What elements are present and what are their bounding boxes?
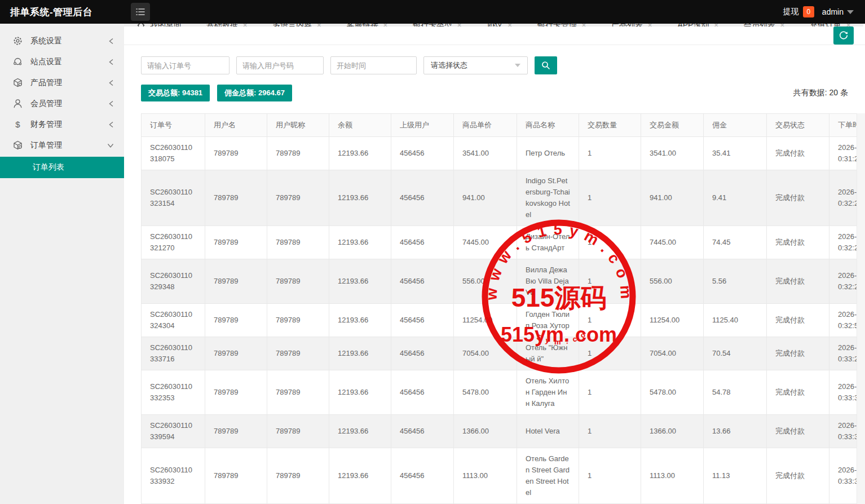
- table-scrollbar[interactable]: [857, 113, 865, 504]
- sidebar-item-gear[interactable]: 系统设置: [0, 30, 124, 51]
- chevron-down-icon: [515, 64, 520, 67]
- column-header: 上级用户: [391, 114, 454, 137]
- table-cell: 941.00: [454, 170, 517, 226]
- table-row: SC2603011031807578978978978912193.664564…: [142, 137, 865, 170]
- table-cell: 5478.00: [454, 370, 517, 415]
- user-name: admin: [822, 7, 844, 16]
- column-header: 交易状态: [767, 114, 829, 137]
- table-cell: Отель "Южный й": [517, 337, 579, 370]
- user-number-input[interactable]: [236, 56, 324, 74]
- orders-table-wrap: 订单号用户名用户昵称余额上级用户商品单价商品名称交易数量交易金额佣金交易状态下单…: [141, 113, 865, 504]
- table-cell: 1366.00: [454, 415, 517, 448]
- table-cell: SC26030110339594: [142, 415, 205, 448]
- sidebar-item-dollar[interactable]: $财务管理: [0, 114, 124, 135]
- table-cell: 1: [579, 259, 641, 304]
- table-row: SC2603011032430478978978978912193.664564…: [142, 304, 865, 337]
- chevron-down-icon: [847, 10, 854, 14]
- table-cell: 12193.66: [329, 170, 391, 226]
- orders-table: 订单号用户名用户昵称余额上级用户商品单价商品名称交易数量交易金额佣金交易状态下单…: [141, 113, 865, 504]
- table-cell: Indigo St.Petersburg-Tchaikovskogo Hotel: [517, 170, 579, 226]
- cube-icon: [13, 140, 23, 150]
- data-count-text: 共有数据: 20 条: [793, 88, 848, 98]
- table-row: SC2603011032127078978978978912193.664564…: [142, 226, 865, 259]
- column-header: 佣金: [704, 114, 767, 137]
- sidebar-item-cube[interactable]: 订单管理: [0, 135, 124, 156]
- table-cell: 789789: [267, 370, 329, 415]
- table-cell: 12193.66: [329, 337, 391, 370]
- table-cell: 456456: [391, 170, 454, 226]
- table-cell: 完成付款: [767, 415, 829, 448]
- table-cell: 789789: [205, 137, 267, 170]
- top-header: 排单系统-管理后台 提现 0 admin: [0, 0, 865, 24]
- table-row: SC2603011032934878978978978912193.664564…: [142, 259, 865, 304]
- table-cell: 完成付款: [767, 370, 829, 415]
- start-time-input[interactable]: [330, 56, 417, 74]
- sidebar-item-label: 订单列表: [33, 162, 64, 173]
- table-cell: 1366.00: [641, 415, 704, 448]
- table-row: SC2603011033371678978978978912193.664564…: [142, 337, 865, 370]
- table-cell: 5.56: [704, 259, 767, 304]
- table-cell: 12193.66: [329, 448, 391, 504]
- table-cell: 12193.66: [329, 259, 391, 304]
- table-cell: 7445.00: [641, 226, 704, 259]
- table-cell: SC26030110333716: [142, 337, 205, 370]
- table-cell: 789789: [205, 304, 267, 337]
- table-cell: 789789: [267, 137, 329, 170]
- table-cell: 完成付款: [767, 337, 829, 370]
- table-cell: 9.41: [704, 170, 767, 226]
- table-row: SC2603011033235378978978978912193.664564…: [142, 370, 865, 415]
- table-cell: 1: [579, 370, 641, 415]
- table-cell: 完成付款: [767, 448, 829, 504]
- chevron-left-icon: [108, 59, 114, 65]
- withdraw-menu[interactable]: 提现 0: [783, 6, 814, 17]
- table-cell: 1: [579, 337, 641, 370]
- search-button[interactable]: [535, 56, 557, 74]
- table-cell: 941.00: [641, 170, 704, 226]
- filter-row: 请选择状态: [141, 56, 865, 74]
- column-header: 商品名称: [517, 114, 579, 137]
- table-cell: 7054.00: [641, 337, 704, 370]
- table-cell: 556.00: [454, 259, 517, 304]
- refresh-button[interactable]: [833, 26, 854, 45]
- table-cell: SC26030110318075: [142, 137, 205, 170]
- svg-text:$: $: [15, 120, 20, 129]
- table-cell: 456456: [391, 137, 454, 170]
- table-cell: 3541.00: [454, 137, 517, 170]
- table-header-row: 订单号用户名用户昵称余额上级用户商品单价商品名称交易数量交易金额佣金交易状态下单…: [142, 114, 865, 137]
- sidebar-item-label: 订单管理: [30, 140, 107, 151]
- sidebar-item-site[interactable]: 站点设置: [0, 51, 124, 72]
- status-select[interactable]: 请选择状态: [423, 56, 528, 74]
- chevron-left-icon: [108, 121, 114, 128]
- table-cell: Вилла Дежа Вю Villa Deja Vu: [517, 259, 579, 304]
- search-icon: [541, 61, 550, 70]
- trade-total-badge: 交易总额: 94381: [141, 85, 210, 101]
- sidebar-item-cube[interactable]: 产品管理: [0, 72, 124, 93]
- cube-icon: [13, 78, 23, 87]
- order-number-input[interactable]: [141, 56, 230, 74]
- table-cell: 11.13: [704, 448, 767, 504]
- column-header: 商品单价: [454, 114, 517, 137]
- page-content: 请选择状态 交易总额: 94381 佣金总额: 2964.67 共有数据: 20…: [124, 45, 865, 504]
- sidebar-item-order-list[interactable]: 订单列表: [0, 157, 124, 178]
- table-cell: SC26030110333932: [142, 448, 205, 504]
- table-cell: 789789: [267, 226, 329, 259]
- sidebar-item-user[interactable]: 会员管理: [0, 93, 124, 114]
- table-cell: 789789: [267, 415, 329, 448]
- sidebar-item-label: 财务管理: [30, 120, 108, 130]
- table-cell: 456456: [391, 226, 454, 259]
- table-cell: 12193.66: [329, 370, 391, 415]
- table-row: SC2603011032315478978978978912193.664564…: [142, 170, 865, 226]
- table-cell: 789789: [205, 170, 267, 226]
- table-cell: 3541.00: [641, 137, 704, 170]
- table-cell: Отель Garden Street Garden Street Hotel: [517, 448, 579, 504]
- sidebar-toggle-button[interactable]: [131, 3, 150, 21]
- user-menu[interactable]: admin: [822, 7, 854, 16]
- table-cell: 456456: [391, 259, 454, 304]
- column-header: 用户昵称: [267, 114, 329, 137]
- table-cell: 完成付款: [767, 304, 829, 337]
- table-cell: Голден Тюлип Роза Хутор: [517, 304, 579, 337]
- hamburger-icon: [135, 7, 145, 16]
- table-cell: 7054.00: [454, 337, 517, 370]
- table-cell: 70.54: [704, 337, 767, 370]
- sidebar-item-label: 会员管理: [30, 99, 108, 109]
